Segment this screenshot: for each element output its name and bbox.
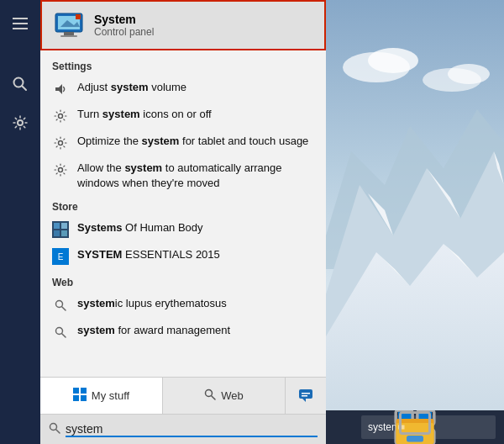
svg-rect-1 xyxy=(13,23,28,24)
tab-my-stuff[interactable]: My stuff xyxy=(40,378,163,414)
svg-marker-34 xyxy=(302,399,306,402)
svg-line-4 xyxy=(23,87,27,91)
result-optimize-tablet[interactable]: Optimize the system for tablet and touch… xyxy=(40,130,326,156)
svg-rect-19 xyxy=(54,230,60,236)
svg-rect-36 xyxy=(302,395,307,397)
svg-line-26 xyxy=(62,334,66,337)
gear-icon-1 xyxy=(52,108,69,124)
svg-marker-12 xyxy=(55,84,62,94)
result-text-icons: Turn system icons on or off xyxy=(77,107,212,122)
system-icon xyxy=(52,8,86,42)
svg-rect-30 xyxy=(81,395,87,401)
svg-text:E: E xyxy=(58,252,64,262)
sidebar xyxy=(0,0,40,444)
svg-line-24 xyxy=(62,307,66,310)
svg-point-51 xyxy=(448,64,490,84)
web-section-header: Web xyxy=(40,270,326,292)
result-text-human-body: Systems Of Human Body xyxy=(77,220,203,235)
search-input[interactable] xyxy=(66,422,318,437)
svg-point-5 xyxy=(18,120,23,125)
hamburger-icon[interactable] xyxy=(3,7,37,40)
gear-icon-2 xyxy=(52,135,69,151)
gear-icon-3 xyxy=(52,161,69,178)
result-text-essentials: SYSTEM ESSENTIALS 2015 xyxy=(77,247,220,262)
svg-rect-9 xyxy=(64,32,74,35)
top-result-text: System Control panel xyxy=(94,13,154,38)
store-app2-icon: E xyxy=(52,248,69,265)
svg-rect-27 xyxy=(73,388,79,394)
store-section-header: Store xyxy=(40,194,326,216)
start-menu: System Control panel Settings Adjust sys… xyxy=(40,0,326,444)
result-text-award: system for award management xyxy=(77,323,230,338)
result-text-arrange: Allow the system to automatically arrang… xyxy=(77,161,314,190)
svg-line-38 xyxy=(56,430,60,433)
svg-rect-17 xyxy=(54,223,60,229)
start-search-bar xyxy=(40,414,326,444)
result-human-body[interactable]: Systems Of Human Body xyxy=(40,216,326,243)
search-web-icon-2 xyxy=(52,324,69,341)
svg-rect-20 xyxy=(61,230,67,236)
top-result-title: System xyxy=(94,13,154,26)
svg-rect-28 xyxy=(81,388,87,394)
taskbar xyxy=(326,410,504,444)
result-essentials[interactable]: E SYSTEM ESSENTIALS 2015 xyxy=(40,243,326,270)
svg-rect-2 xyxy=(13,28,28,29)
results-list: Settings Adjust system volume Turn syste… xyxy=(40,50,326,377)
store-app-icon xyxy=(52,221,69,238)
result-text-tablet: Optimize the system for tablet and touch… xyxy=(77,134,308,149)
search-bar-icon xyxy=(49,422,60,436)
search-icon[interactable] xyxy=(3,67,37,101)
svg-point-14 xyxy=(59,141,63,145)
result-lupus[interactable]: systemic lupus erythematosus xyxy=(40,292,326,319)
windows-tab-icon xyxy=(73,388,87,404)
settings-section-header: Settings xyxy=(40,54,326,76)
volume-icon xyxy=(52,81,69,98)
top-result-subtitle: Control panel xyxy=(94,26,154,38)
result-arrange-windows[interactable]: Allow the system to automatically arrang… xyxy=(40,156,326,194)
bottom-bar: My stuff Web xyxy=(40,377,326,414)
svg-line-32 xyxy=(212,396,215,399)
settings-icon[interactable] xyxy=(3,106,37,140)
svg-rect-29 xyxy=(73,395,79,401)
feedback-icon xyxy=(298,387,313,404)
search-tab-icon xyxy=(204,388,216,403)
svg-point-15 xyxy=(59,168,63,172)
svg-rect-0 xyxy=(13,18,28,19)
search-web-icon-1 xyxy=(52,297,69,314)
result-award[interactable]: system for award management xyxy=(40,319,326,346)
tab-feedback[interactable] xyxy=(286,378,326,414)
svg-rect-63 xyxy=(401,413,430,434)
svg-rect-10 xyxy=(60,35,77,37)
result-text-volume: Adjust system volume xyxy=(77,80,186,95)
svg-rect-64 xyxy=(407,436,423,442)
top-result[interactable]: System Control panel xyxy=(40,0,326,50)
svg-rect-35 xyxy=(302,393,310,394)
svg-rect-11 xyxy=(76,14,81,19)
svg-point-13 xyxy=(59,114,63,119)
tab-web[interactable]: Web xyxy=(163,378,286,414)
result-text-lupus: systemic lupus erythematosus xyxy=(77,296,227,311)
svg-point-49 xyxy=(368,48,418,73)
svg-rect-18 xyxy=(61,223,67,229)
wallpaper xyxy=(326,0,504,444)
result-turn-icons[interactable]: Turn system icons on or off xyxy=(40,103,326,130)
result-adjust-volume[interactable]: Adjust system volume xyxy=(40,76,326,103)
tab-web-label: Web xyxy=(221,389,244,402)
tab-my-stuff-label: My stuff xyxy=(92,389,129,402)
